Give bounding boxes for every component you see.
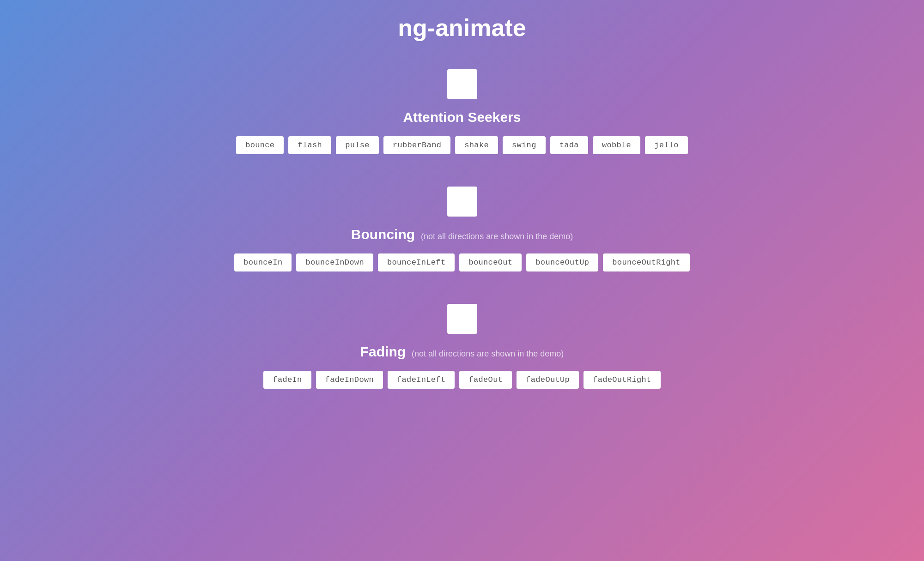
anim-button-fadeOutUp[interactable]: fadeOutUp [517,371,579,389]
section-attention-seekers: Attention SeekersbounceflashpulserubberB… [0,69,924,154]
section-heading-fading: Fading [360,344,406,359]
anim-button-jello[interactable]: jello [645,136,688,154]
section-subtitle-bouncing: (not all directions are shown in the dem… [419,232,573,241]
anim-button-wobble[interactable]: wobble [593,136,640,154]
demo-box-fading [447,304,477,334]
anim-button-tada[interactable]: tada [550,136,588,154]
anim-button-bounceInLeft[interactable]: bounceInLeft [378,253,455,271]
anim-button-bounceInDown[interactable]: bounceInDown [296,253,373,271]
anim-button-fadeIn[interactable]: fadeIn [263,371,311,389]
section-heading-attention-seekers: Attention Seekers [403,109,521,125]
button-group-attention-seekers: bounceflashpulserubberBandshakeswingtada… [236,136,688,154]
section-fading: Fading (not all directions are shown in … [0,304,924,389]
section-subtitle-fading: (not all directions are shown in the dem… [409,349,564,358]
anim-button-fadeOut[interactable]: fadeOut [459,371,512,389]
anim-button-bounceIn[interactable]: bounceIn [234,253,292,271]
section-title-fading: Fading (not all directions are shown in … [360,344,564,360]
demo-box-attention-seekers [447,69,477,99]
anim-button-rubberBand[interactable]: rubberBand [383,136,450,154]
section-bouncing: Bouncing (not all directions are shown i… [0,187,924,271]
anim-button-bounceOutRight[interactable]: bounceOutRight [603,253,690,271]
demo-box-bouncing [447,187,477,217]
anim-button-flash[interactable]: flash [288,136,331,154]
anim-button-bounceOut[interactable]: bounceOut [459,253,522,271]
section-title-attention-seekers: Attention Seekers [403,109,521,125]
anim-button-fadeOutRight[interactable]: fadeOutRight [584,371,661,389]
button-group-fading: fadeInfadeInDownfadeInLeftfadeOutfadeOut… [263,371,660,389]
anim-button-bounce[interactable]: bounce [236,136,284,154]
section-title-bouncing: Bouncing (not all directions are shown i… [351,227,573,242]
button-group-bouncing: bounceInbounceInDownbounceInLeftbounceOu… [234,253,690,271]
section-heading-bouncing: Bouncing [351,227,415,242]
anim-button-swing[interactable]: swing [503,136,546,154]
anim-button-fadeInLeft[interactable]: fadeInLeft [388,371,455,389]
anim-button-pulse[interactable]: pulse [336,136,379,154]
page-title: ng-animate [398,14,526,42]
anim-button-fadeInDown[interactable]: fadeInDown [316,371,383,389]
anim-button-bounceOutUp[interactable]: bounceOutUp [526,253,598,271]
anim-button-shake[interactable]: shake [455,136,498,154]
